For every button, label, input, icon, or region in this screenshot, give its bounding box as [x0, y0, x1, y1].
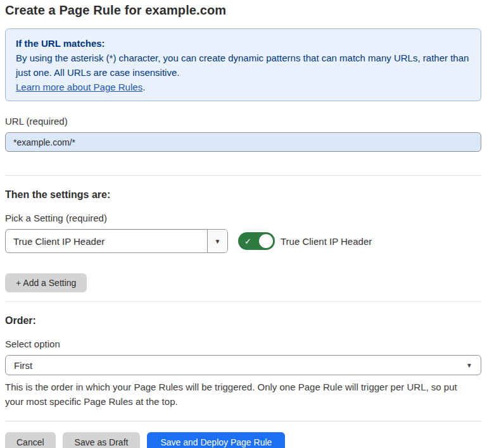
order-select[interactable]: First ▼ — [5, 355, 481, 375]
chevron-down-icon: ▼ — [466, 362, 472, 369]
checkmark-icon: ✓ — [244, 237, 251, 246]
url-input[interactable] — [5, 132, 481, 152]
save-and-deploy-button[interactable]: Save and Deploy Page Rule — [147, 432, 285, 448]
save-as-draft-button[interactable]: Save as Draft — [63, 432, 141, 448]
link-period: . — [142, 82, 145, 92]
actions-row: Cancel Save as Draft Save and Deploy Pag… — [5, 432, 481, 448]
url-match-info-box: If the URL matches: By using the asteris… — [5, 28, 481, 101]
learn-more-link[interactable]: Learn more about Page Rules — [16, 82, 142, 92]
cancel-button[interactable]: Cancel — [5, 432, 56, 448]
info-box-link-line: Learn more about Page Rules. — [16, 80, 471, 94]
url-field-label: URL (required) — [5, 116, 481, 127]
setting-toggle[interactable]: ✓ — [238, 232, 275, 250]
section-divider — [5, 175, 481, 176]
order-help-text: This is the order in which your Page Rul… — [5, 380, 474, 409]
toggle-knob[interactable] — [258, 233, 274, 249]
setting-row: True Client IP Header ▼ ✓ True Client IP… — [5, 229, 481, 253]
section-divider — [5, 301, 481, 302]
setting-select-value: True Client IP Header — [6, 230, 207, 252]
section-divider — [5, 421, 481, 421]
setting-select[interactable]: True Client IP Header ▼ — [5, 229, 228, 253]
order-select-value: First — [14, 360, 32, 371]
dropdown-arrow-icon[interactable]: ▼ — [207, 230, 227, 252]
order-section-heading: Order: — [5, 315, 481, 327]
order-select-label: Select option — [5, 339, 481, 349]
pick-setting-label: Pick a Setting (required) — [5, 213, 481, 223]
add-setting-button[interactable]: + Add a Setting — [5, 273, 87, 292]
page-title: Create a Page Rule for example.com — [5, 3, 481, 18]
settings-section-heading: Then the settings are: — [5, 189, 481, 201]
toggle-label: True Client IP Header — [281, 236, 372, 247]
info-box-body: By using the asterisk (*) character, you… — [16, 51, 471, 80]
info-box-heading: If the URL matches: — [16, 36, 471, 51]
